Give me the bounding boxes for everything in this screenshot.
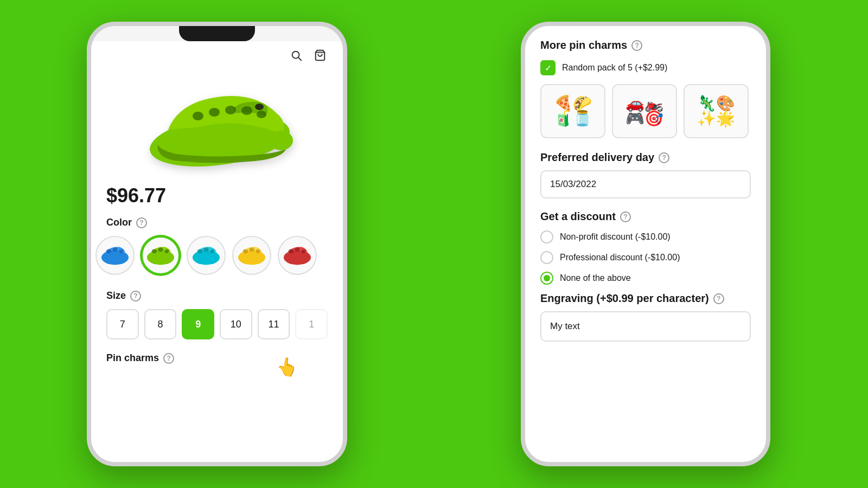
svg-point-11 — [101, 250, 129, 265]
color-yellow[interactable] — [232, 236, 271, 275]
svg-point-7 — [241, 106, 252, 115]
product-image-area — [106, 67, 328, 176]
svg-point-17 — [158, 248, 163, 252]
discount-help-icon[interactable]: ? — [620, 211, 631, 222]
color-help-icon[interactable]: ? — [136, 217, 147, 228]
size-7[interactable]: 7 — [106, 309, 139, 339]
croc-shoe-image — [136, 70, 298, 173]
size-11[interactable]: 11 — [258, 309, 290, 339]
random-pack-checkbox[interactable]: ✓ — [540, 60, 556, 75]
svg-point-26 — [256, 249, 260, 253]
engraving-help-icon[interactable]: ? — [713, 293, 724, 304]
svg-point-5 — [209, 108, 220, 117]
svg-point-15 — [147, 250, 174, 265]
size-8[interactable]: 8 — [144, 309, 177, 339]
svg-point-13 — [112, 248, 118, 252]
random-pack-label: Random pack of 5 (+$2.99) — [562, 63, 667, 73]
product-price: $96.77 — [106, 184, 328, 207]
size-options: 7 8 9 10 11 1 — [106, 309, 328, 339]
svg-point-20 — [197, 249, 203, 253]
svg-point-6 — [225, 106, 236, 114]
svg-point-28 — [289, 249, 294, 253]
scene: $96.77 Color ? — [0, 0, 868, 488]
random-pack-row: ✓ Random pack of 5 (+$2.99) — [540, 60, 751, 75]
svg-point-24 — [243, 249, 248, 253]
svg-point-10 — [269, 131, 293, 150]
discount-none-label: None of the above — [560, 273, 631, 283]
svg-point-8 — [257, 111, 266, 118]
charm-images-row: 🍕🌮🧃🫙 🚗🏍️🎮🎯 🦎🎨✨🌟 — [540, 84, 751, 138]
color-cyan[interactable] — [187, 236, 226, 275]
delivery-date-input[interactable] — [540, 170, 751, 198]
size-10[interactable]: 10 — [220, 309, 252, 339]
color-red[interactable] — [278, 236, 317, 275]
phone-right: More pin charms ? ✓ Random pack of 5 (+$… — [521, 22, 770, 466]
phone-left: $96.77 Color ? — [87, 22, 347, 466]
discount-nonprofit-radio[interactable] — [540, 230, 553, 243]
svg-point-27 — [284, 250, 311, 265]
phone-notch — [179, 26, 255, 41]
size-12[interactable]: 1 — [295, 309, 328, 339]
svg-point-9 — [255, 104, 264, 110]
svg-point-22 — [210, 249, 215, 253]
discount-professional-radio[interactable] — [540, 251, 553, 264]
pin-charms-label: Pin charms ? — [106, 352, 328, 364]
svg-point-18 — [165, 249, 169, 253]
discount-none-radio[interactable] — [540, 272, 553, 285]
discount-professional-label: Professional discount (-$10.00) — [560, 253, 680, 262]
search-icon[interactable] — [289, 48, 304, 63]
charm-box-1[interactable]: 🍕🌮🧃🫙 — [540, 84, 605, 138]
engraving-title: Engraving (+$0.99 per character) ? — [540, 292, 751, 305]
size-9[interactable]: 9 — [182, 309, 214, 339]
discount-professional-row: Professional discount (-$10.00) — [540, 251, 751, 264]
pin-charms-help-icon[interactable]: ? — [163, 353, 174, 364]
color-options — [95, 236, 328, 275]
color-section-label: Color ? — [106, 217, 328, 228]
discount-none-row: None of the above — [540, 272, 751, 285]
svg-point-16 — [152, 249, 157, 253]
svg-point-23 — [238, 250, 265, 265]
svg-point-14 — [119, 249, 124, 253]
more-pin-charms-title: More pin charms ? — [540, 39, 751, 52]
discount-nonprofit-row: Non-profit discount (-$10.00) — [540, 230, 751, 243]
size-section-label: Size ? — [106, 290, 328, 301]
toolbar — [106, 41, 328, 67]
discount-title: Get a discount ? — [540, 210, 751, 223]
size-help-icon[interactable]: ? — [130, 291, 141, 301]
color-green[interactable] — [141, 236, 180, 275]
svg-point-19 — [193, 250, 220, 265]
color-blue[interactable] — [95, 236, 135, 275]
svg-point-12 — [106, 249, 112, 253]
svg-point-4 — [193, 112, 203, 120]
svg-point-30 — [302, 249, 306, 253]
svg-line-1 — [298, 57, 301, 60]
pin-charms-help-icon-right[interactable]: ? — [631, 40, 642, 51]
engraving-input[interactable] — [540, 311, 751, 342]
svg-point-25 — [249, 248, 254, 252]
svg-point-21 — [203, 248, 209, 252]
delivery-day-title: Preferred delivery day ? — [540, 151, 751, 164]
svg-point-29 — [295, 248, 300, 252]
discount-nonprofit-label: Non-profit discount (-$10.00) — [560, 232, 671, 242]
cart-icon[interactable] — [312, 48, 328, 63]
delivery-help-icon[interactable]: ? — [659, 152, 669, 163]
charm-box-3[interactable]: 🦎🎨✨🌟 — [684, 84, 749, 138]
charm-box-2[interactable]: 🚗🏍️🎮🎯 — [612, 84, 677, 138]
